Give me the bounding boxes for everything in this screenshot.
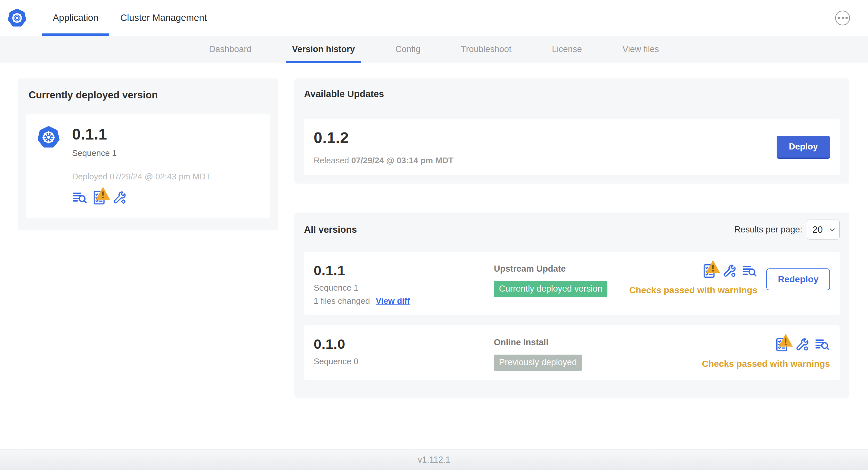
header-tab-cluster-management[interactable]: Cluster Management bbox=[110, 0, 218, 36]
results-per-page-select[interactable]: 20 bbox=[807, 220, 840, 239]
checks-status-link[interactable]: Checks passed with warnings bbox=[629, 285, 757, 296]
version-row-0-1-0: 0.1.0 Sequence 0 Online Install Previous… bbox=[304, 325, 840, 380]
available-updates-title: Available Updates bbox=[304, 89, 840, 99]
row-sequence: Sequence 0 bbox=[314, 357, 494, 367]
edit-config-icon[interactable] bbox=[722, 263, 737, 279]
row-files-changed: 1 files changed bbox=[314, 296, 370, 306]
deploy-button[interactable]: Deploy bbox=[777, 136, 830, 159]
kubernetes-logo bbox=[7, 0, 27, 36]
app-subnav: Dashboard Version history Config Trouble… bbox=[0, 36, 868, 63]
tab-config[interactable]: Config bbox=[389, 36, 427, 63]
row-sequence: Sequence 1 bbox=[314, 283, 494, 293]
results-per-page-label: Results per page: bbox=[734, 225, 802, 235]
header-tab-application[interactable]: Application bbox=[42, 0, 110, 36]
kubernetes-app-icon bbox=[37, 125, 60, 149]
preflight-checks-icon[interactable] bbox=[702, 263, 717, 279]
available-updates-panel: Available Updates 0.1.2 Released 07/29/2… bbox=[294, 78, 849, 183]
current-version-number: 0.1.1 bbox=[72, 125, 211, 143]
console-version: v1.112.1 bbox=[417, 455, 451, 465]
row-source-label: Upstream Update bbox=[494, 264, 629, 274]
header-tabs: Application Cluster Management bbox=[42, 0, 218, 36]
deploy-logs-icon[interactable] bbox=[742, 263, 757, 279]
edit-config-icon[interactable] bbox=[795, 337, 810, 352]
version-row-0-1-1: 0.1.1 Sequence 1 1 files changed View di… bbox=[304, 252, 840, 315]
deploy-logs-icon[interactable] bbox=[72, 190, 88, 205]
app-footer: v1.112.1 bbox=[0, 449, 868, 470]
preflight-checks-icon[interactable] bbox=[775, 337, 790, 352]
preflight-checks-icon[interactable] bbox=[92, 190, 107, 205]
all-versions-title: All versions bbox=[304, 224, 357, 235]
current-version-sequence: Sequence 1 bbox=[72, 148, 211, 158]
deploy-logs-icon[interactable] bbox=[815, 337, 830, 352]
available-update-card: 0.1.2 Released 07/29/24 @ 03:14 pm MDT D… bbox=[304, 119, 840, 175]
view-diff-link[interactable]: View diff bbox=[376, 296, 410, 306]
warning-icon bbox=[778, 332, 793, 348]
current-version-deployed-timestamp: Deployed 07/29/24 @ 02:43 pm MDT bbox=[72, 172, 211, 181]
tab-dashboard[interactable]: Dashboard bbox=[203, 36, 258, 63]
currently-deployed-panel: Currently deployed version 0.1.1 Sequenc… bbox=[18, 78, 278, 230]
all-versions-panel: All versions Results per page: 20 0.1.1 bbox=[294, 212, 849, 398]
ellipsis-icon bbox=[838, 17, 840, 19]
redeploy-button[interactable]: Redeploy bbox=[766, 268, 830, 290]
currently-deployed-title: Currently deployed version bbox=[29, 89, 270, 101]
main-content: Currently deployed version 0.1.1 Sequenc… bbox=[0, 63, 868, 398]
warning-icon bbox=[705, 259, 721, 274]
edit-config-icon[interactable] bbox=[112, 190, 127, 205]
currently-deployed-badge: Currently deployed version bbox=[494, 281, 608, 297]
top-header: Application Cluster Management bbox=[0, 0, 868, 36]
tab-troubleshoot[interactable]: Troubleshoot bbox=[455, 36, 518, 63]
more-menu-button[interactable] bbox=[835, 11, 850, 25]
row-source-label: Online Install bbox=[494, 338, 702, 347]
update-version-number: 0.1.2 bbox=[314, 129, 453, 146]
checks-status-link[interactable]: Checks passed with warnings bbox=[702, 359, 830, 369]
update-released-line: Released 07/29/24 @ 03:14 pm MDT bbox=[314, 156, 453, 166]
currently-deployed-card: 0.1.1 Sequence 1 Deployed 07/29/24 @ 02:… bbox=[26, 114, 270, 217]
row-version-number: 0.1.0 bbox=[314, 336, 494, 352]
previously-deployed-badge: Previously deployed bbox=[494, 355, 582, 371]
warning-icon bbox=[95, 186, 111, 201]
tab-license[interactable]: License bbox=[546, 36, 588, 63]
row-version-number: 0.1.1 bbox=[314, 263, 494, 278]
tab-view-files[interactable]: View files bbox=[616, 36, 665, 63]
tab-version-history[interactable]: Version history bbox=[286, 36, 361, 63]
